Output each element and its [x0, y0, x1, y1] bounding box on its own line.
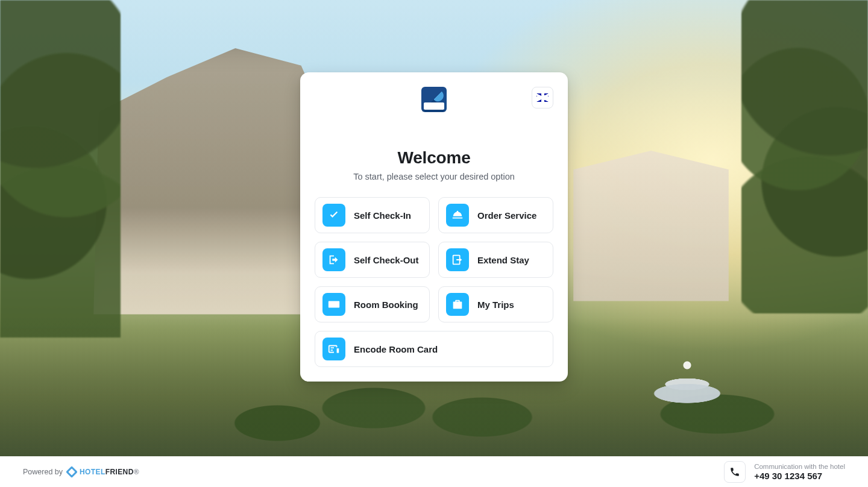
option-label: Self Check-Out	[354, 255, 419, 265]
contact-block: Communication with the hotel +49 30 1234…	[724, 461, 845, 483]
decoration-fountain	[621, 354, 753, 409]
card-icon	[322, 338, 345, 360]
uk-flag-icon	[536, 93, 549, 102]
bell-icon	[446, 204, 469, 227]
option-self-check-out[interactable]: Self Check-Out	[315, 242, 430, 278]
option-label: My Trips	[477, 300, 514, 310]
suitcase-icon	[446, 293, 469, 316]
welcome-title: Welcome	[315, 148, 553, 168]
phone-button[interactable]	[724, 461, 746, 483]
contact-label: Communication with the hotel	[754, 463, 845, 470]
option-extend-stay[interactable]: Extend Stay	[438, 242, 553, 278]
decoration-foliage-left	[0, 0, 121, 338]
language-selector[interactable]	[532, 87, 553, 108]
footer-bar: Powered by HOTELFRIEND® Communication wi…	[0, 456, 868, 487]
phone-icon	[729, 467, 740, 477]
extend-icon	[446, 248, 469, 271]
option-label: Encode Room Card	[354, 344, 438, 354]
option-label: Extend Stay	[477, 255, 529, 265]
hotel-logo	[421, 87, 447, 112]
decoration-foliage-right	[741, 0, 868, 313]
options-grid: Self Check-In Order Service Self Check-O…	[315, 197, 553, 367]
contact-phone[interactable]: +49 30 1234 567	[754, 471, 845, 481]
powered-by: Powered by HOTELFRIEND®	[23, 468, 139, 476]
hotelfriend-cube-icon	[66, 466, 78, 478]
option-label: Order Service	[477, 210, 536, 221]
option-self-check-in[interactable]: Self Check-In	[315, 197, 430, 233]
welcome-subtitle: To start, please select your desired opt…	[315, 172, 553, 181]
check-icon	[322, 204, 345, 227]
option-order-service[interactable]: Order Service	[438, 197, 553, 233]
option-label: Room Booking	[354, 300, 418, 310]
hotelfriend-logo[interactable]: HOTELFRIEND®	[68, 468, 139, 476]
exit-icon	[322, 248, 345, 271]
option-my-trips[interactable]: My Trips	[438, 286, 553, 322]
hotelfriend-wordmark: HOTELFRIEND®	[80, 468, 139, 476]
welcome-card: Welcome To start, please select your des…	[300, 72, 568, 382]
option-room-booking[interactable]: Room Booking	[315, 286, 430, 322]
powered-by-label: Powered by	[23, 468, 63, 476]
option-encode-room-card[interactable]: Encode Room Card	[315, 331, 553, 367]
keyboard-icon	[322, 293, 345, 316]
option-label: Self Check-In	[354, 210, 411, 221]
